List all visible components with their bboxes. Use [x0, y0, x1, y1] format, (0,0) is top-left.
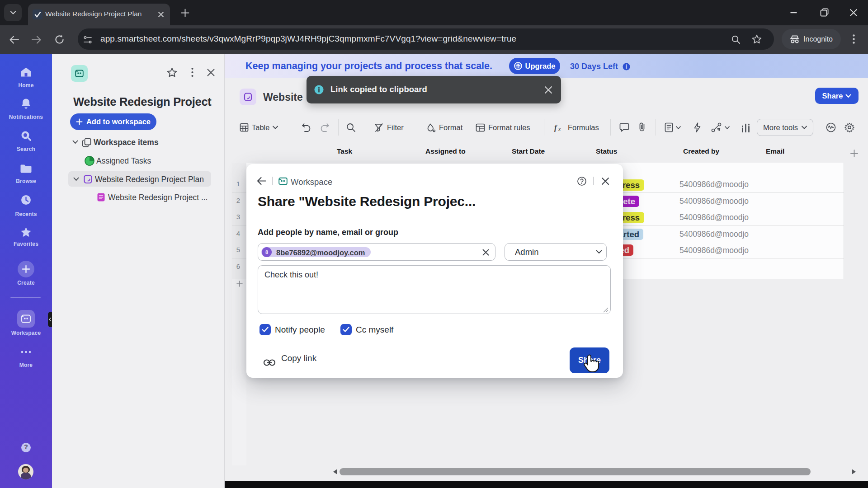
- svg-text:x: x: [558, 126, 561, 132]
- svg-text:f: f: [554, 123, 558, 132]
